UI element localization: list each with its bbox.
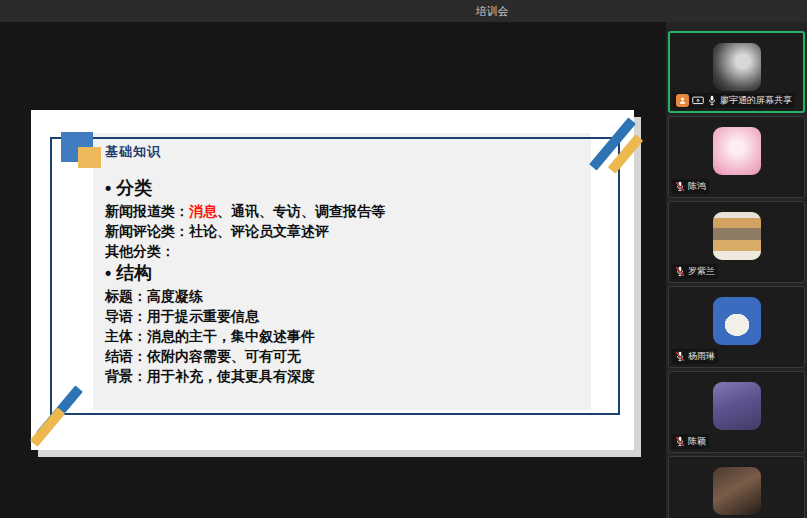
screen-share-view: 基础知识 • 分类新闻报道类：消息、通讯、专访、调查报告等新闻评论类：社论、评论… [0,22,666,518]
slide-text-segment: 结语：依附内容需要、可有可无 [105,348,301,364]
slide-text-line: 标题：高度凝练 [105,286,385,306]
participant-tile[interactable]: 陈颖 [668,371,805,453]
slide-text-segment: 标题：高度凝练 [105,288,203,304]
participant-name: 陈鸿 [688,180,706,193]
slide-text-segment: 主体：消息的主干，集中叙述事件 [105,328,315,344]
participant-tile[interactable]: 陈鸿 [668,116,805,198]
slide-text-line: 新闻评论类：社论、评论员文章述评 [105,221,385,241]
participant-avatar [713,127,761,175]
participant-avatar [713,212,761,260]
slide-text-segment: 背景：用于补充，使其更具有深度 [105,368,315,384]
participant-tile[interactable]: 罗紫兰 [668,201,805,283]
slide-text-line: 其他分类： [105,241,385,261]
slide-text-line: 新闻报道类：消息、通讯、专访、调查报告等 [105,201,385,221]
slide-text-line: 背景：用于补充，使其更具有深度 [105,366,385,386]
decor-yellow-square [78,147,101,168]
participant-namebar: 陈颖 [672,434,709,449]
screen-share-icon [692,96,704,106]
decor-ribbon-bottom-left-yellow [30,407,65,446]
microphone-muted-icon [675,351,685,362]
participant-name: 廖宇通的屏幕共享 [720,94,792,107]
participants-sidebar: 廖宇通的屏幕共享陈鸿罗紫兰杨雨琳陈颖乔卓雅 [666,22,807,518]
participant-tile[interactable]: 乔卓雅 [668,456,805,518]
slide-text-segment: 新闻评论类：社论、评论员文章述评 [105,223,329,239]
participant-namebar: 罗紫兰 [672,264,718,279]
meeting-title: 培训会 [476,4,509,19]
participant-tile[interactable]: 廖宇通的屏幕共享 [668,31,805,113]
participant-name: 陈颖 [688,435,706,448]
slide-heading: • 结构 [105,261,385,286]
slide-text-segment: 导语：用于提示重要信息 [105,308,259,324]
participant-avatar [713,382,761,430]
slide-title: 基础知识 [105,143,161,161]
slide-text-line: 导语：用于提示重要信息 [105,306,385,326]
microphone-muted-icon [675,181,685,192]
presenter-badge-icon [676,94,689,107]
slide-lines: • 分类新闻报道类：消息、通讯、专访、调查报告等新闻评论类：社论、评论员文章述评… [105,176,385,386]
meeting-titlebar: 培训会 [0,0,807,22]
slide-text-highlight: 消息 [189,203,217,219]
participant-avatar [713,297,761,345]
participant-avatar [713,467,761,515]
slide-heading: • 分类 [105,176,385,201]
participant-namebar: 杨雨琳 [672,349,718,364]
participant-name: 杨雨琳 [688,350,715,363]
presenter-person-icon [678,96,687,105]
participant-namebar: 廖宇通的屏幕共享 [673,93,795,108]
microphone-icon [707,95,717,106]
slide-text-segment: 、通讯、专访、调查报告等 [217,203,385,219]
microphone-muted-icon [675,436,685,447]
participant-avatar [713,43,761,91]
presentation-slide: 基础知识 • 分类新闻报道类：消息、通讯、专访、调查报告等新闻评论类：社论、评论… [31,110,634,450]
participant-tile[interactable]: 杨雨琳 [668,286,805,368]
participant-namebar: 陈鸿 [672,179,709,194]
microphone-muted-icon [675,266,685,277]
slide-text-line: 结语：依附内容需要、可有可无 [105,346,385,366]
slide-text-segment: • 结构 [105,263,152,283]
slide-text-segment: • 分类 [105,178,152,198]
slide-text-line: 主体：消息的主干，集中叙述事件 [105,326,385,346]
slide-text-segment: 其他分类： [105,243,175,259]
participant-name: 罗紫兰 [688,265,715,278]
slide-text-segment: 新闻报道类： [105,203,189,219]
